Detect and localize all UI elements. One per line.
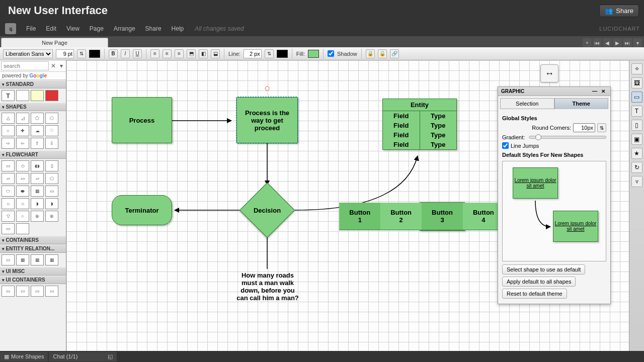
menu-page[interactable]: Page bbox=[86, 23, 108, 34]
apply-default-button[interactable]: Apply default to all shapes bbox=[502, 277, 576, 287]
close-icon[interactable]: ✕ bbox=[599, 88, 607, 94]
line-color-swatch[interactable] bbox=[277, 50, 288, 58]
shadow-checkbox[interactable] bbox=[328, 50, 334, 57]
shape-cross[interactable]: ✚ bbox=[16, 125, 29, 136]
font-color-swatch[interactable] bbox=[89, 50, 100, 58]
menu-arrange[interactable]: Arrange bbox=[110, 23, 139, 34]
stack-btn[interactable]: Button 1 bbox=[339, 203, 380, 230]
minimize-icon[interactable]: — bbox=[590, 88, 599, 94]
menu-help[interactable]: Help bbox=[168, 23, 188, 34]
fc-io[interactable]: ▱ bbox=[31, 173, 44, 184]
node-decision[interactable]: Decision bbox=[245, 188, 290, 233]
round-corners-input[interactable] bbox=[573, 123, 595, 132]
fc-v[interactable]: ▽ bbox=[2, 211, 15, 222]
italic-button[interactable]: I bbox=[121, 49, 130, 58]
fc-rect[interactable]: ▭ bbox=[2, 160, 15, 171]
fc-intstor[interactable]: ▦ bbox=[31, 186, 44, 197]
shape-rarrow[interactable]: ⇨ bbox=[2, 138, 15, 149]
cat-flowchart[interactable]: FLOWCHART bbox=[0, 150, 66, 159]
er-2[interactable]: ▦ bbox=[16, 254, 29, 265]
cat-uicont[interactable]: UI CONTAINERS bbox=[0, 276, 66, 284]
rail-text-icon[interactable]: T bbox=[631, 106, 642, 117]
shape-larrow[interactable]: ⇦ bbox=[16, 138, 29, 149]
add-page-icon[interactable]: ＋ bbox=[583, 38, 592, 47]
shape-darrow[interactable]: ⇩ bbox=[45, 138, 58, 149]
ui-2[interactable]: ▭ bbox=[16, 286, 29, 297]
link-icon[interactable]: 🔗 bbox=[390, 49, 399, 58]
shape-rtri[interactable]: ◿ bbox=[16, 113, 29, 124]
rail-history-icon[interactable]: ↻ bbox=[631, 162, 642, 173]
line-stepper[interactable]: ⇅ bbox=[265, 49, 274, 58]
line-width-input[interactable] bbox=[244, 49, 262, 58]
share-button[interactable]: 👥 Share bbox=[599, 5, 639, 17]
page-tab[interactable]: New Page bbox=[1, 38, 108, 47]
fill-color-swatch[interactable] bbox=[308, 50, 319, 58]
search-input[interactable] bbox=[1, 61, 49, 70]
rail-present-icon[interactable]: ▿ bbox=[631, 176, 642, 187]
fc-trap[interactable]: ⏢ bbox=[2, 198, 15, 209]
fc-sum[interactable]: ⊕ bbox=[31, 211, 44, 222]
menu-file[interactable]: File bbox=[22, 23, 40, 34]
next-page-icon[interactable]: ▶ bbox=[613, 38, 622, 47]
node-entity[interactable]: Entity FieldType FieldType FieldType Fie… bbox=[382, 99, 457, 150]
fc-pred[interactable]: ▯ bbox=[45, 160, 58, 171]
chat-expand-icon[interactable]: ◱ bbox=[108, 353, 113, 360]
tab-selection[interactable]: Selection bbox=[500, 98, 554, 109]
cat-er[interactable]: ENTITY RELATION... bbox=[0, 244, 66, 253]
gradient-slider[interactable] bbox=[529, 136, 606, 139]
search-menu-icon[interactable]: ▾ bbox=[58, 62, 65, 69]
select-default-button[interactable]: Select shape to use as default bbox=[502, 264, 585, 275]
fc-db[interactable]: ⬭ bbox=[2, 186, 15, 197]
fc-cyl[interactable]: ⬬ bbox=[16, 186, 29, 197]
shape-rect[interactable] bbox=[16, 90, 29, 101]
underline-button[interactable]: U bbox=[133, 49, 142, 58]
fc-diam[interactable]: ◇ bbox=[16, 160, 29, 171]
fc-stad[interactable]: ▭ bbox=[2, 223, 15, 234]
reset-default-button[interactable]: Reset to default theme bbox=[502, 289, 567, 299]
fc-term[interactable]: ◖◗ bbox=[31, 160, 44, 171]
rail-metrics-icon[interactable]: ▣ bbox=[631, 134, 642, 145]
resize-horizontal-icon[interactable]: ↔ bbox=[540, 64, 558, 82]
valign-bot-icon[interactable]: ⬓ bbox=[211, 49, 220, 58]
fc-doc[interactable]: ▱ bbox=[2, 173, 15, 184]
unlock-icon[interactable]: 🔓 bbox=[378, 49, 387, 58]
tab-theme[interactable]: Theme bbox=[554, 98, 609, 109]
menu-view[interactable]: View bbox=[62, 23, 84, 34]
cat-shapes[interactable]: SHAPES bbox=[0, 103, 66, 111]
chat-panel[interactable]: Chat (1/1) ◱ bbox=[49, 352, 117, 361]
er-4[interactable]: ▦ bbox=[45, 254, 58, 265]
ui-4[interactable]: ▭ bbox=[45, 286, 58, 297]
node-process[interactable]: Process bbox=[112, 97, 172, 143]
fc-disp[interactable]: ◗ bbox=[31, 198, 44, 209]
align-center-icon[interactable]: ≡ bbox=[163, 49, 172, 58]
fc-circ[interactable]: ○ bbox=[16, 211, 29, 222]
fc-delay[interactable]: ◗ bbox=[45, 198, 58, 209]
er-1[interactable]: ▭ bbox=[2, 254, 15, 265]
app-logo[interactable]: ꝡ bbox=[5, 23, 16, 34]
ui-1[interactable]: ▭ bbox=[2, 286, 15, 297]
shape-note-red[interactable] bbox=[45, 90, 58, 101]
fc-trap2[interactable]: ⏢ bbox=[16, 198, 29, 209]
cat-standard[interactable]: STANDARD bbox=[0, 80, 66, 88]
shape-text[interactable]: T bbox=[2, 90, 15, 101]
fc-or[interactable]: ⊗ bbox=[45, 211, 58, 222]
shape-oct[interactable]: ○ bbox=[2, 125, 15, 136]
ui-3[interactable]: ▭ bbox=[31, 286, 44, 297]
bold-button[interactable]: B bbox=[109, 49, 118, 58]
menu-edit[interactable]: Edit bbox=[42, 23, 60, 34]
stack-btn[interactable]: Button 3 bbox=[422, 203, 463, 230]
rail-page-icon[interactable]: ▯ bbox=[631, 120, 642, 131]
prev-page-icon[interactable]: ◀ bbox=[603, 38, 612, 47]
shape-heart[interactable]: ♡ bbox=[45, 125, 58, 136]
fc-card[interactable]: ▭ bbox=[45, 186, 58, 197]
font-size-input[interactable] bbox=[56, 49, 74, 58]
align-left-icon[interactable]: ≡ bbox=[150, 49, 159, 58]
node-button-stack[interactable]: Button 1 Button 2 Button 3 Button 4 Butt… bbox=[420, 202, 465, 231]
page-menu-icon[interactable]: ▾ bbox=[633, 38, 642, 47]
rail-navigator-icon[interactable]: ✧ bbox=[631, 63, 642, 74]
valign-top-icon[interactable]: ⬒ bbox=[187, 49, 196, 58]
size-stepper[interactable]: ⇅ bbox=[77, 49, 86, 58]
shape-cloud[interactable]: ☁ bbox=[31, 125, 44, 136]
round-stepper[interactable]: ⇅ bbox=[597, 123, 606, 132]
canvas-area[interactable]: Process Process is the way to get procee… bbox=[66, 60, 629, 351]
